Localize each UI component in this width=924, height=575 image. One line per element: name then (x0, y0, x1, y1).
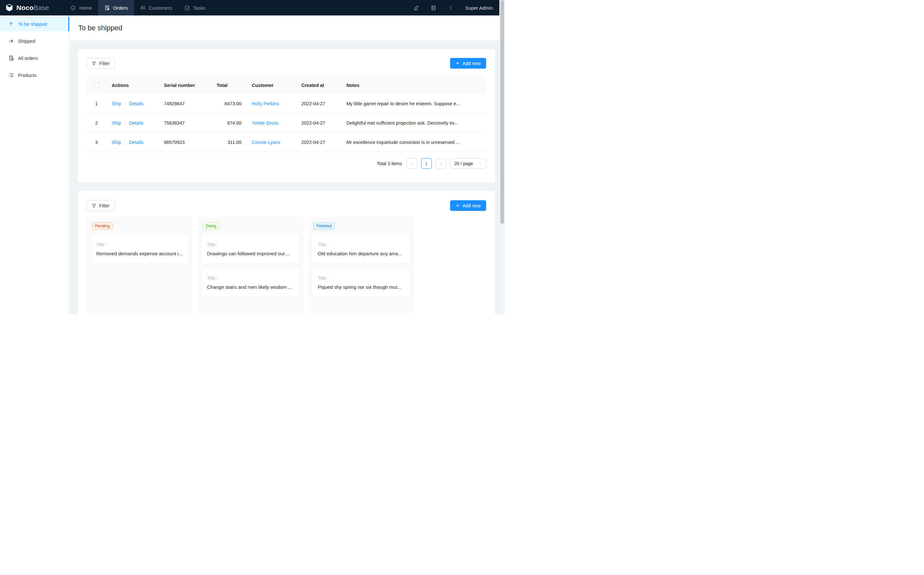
plus-icon (456, 61, 460, 65)
sidebar-item-label: Products (18, 73, 37, 78)
serial-number-cell: 75638347 (159, 121, 211, 125)
tasks-kanban-block: Filter Add new Pending Title : Removed d… (78, 191, 495, 314)
kanban-filter-button[interactable]: Filter (86, 200, 115, 211)
column-header-total: Total (211, 83, 247, 88)
kanban-columns: Pending Title : Removed demands expense … (87, 216, 495, 313)
customer-link[interactable]: Holly Perkins (252, 101, 279, 106)
logo-text: NocoBase (16, 4, 49, 11)
card-title: Removed demands expense account i... (96, 251, 183, 256)
select-all-checkbox[interactable] (94, 83, 99, 88)
table-toolbar: Filter Add new (78, 49, 495, 68)
kanban-tag-2: Finished (314, 222, 335, 230)
card-title: Piqued shy spring nor six though mut... (318, 284, 404, 290)
chevron-down-icon (478, 162, 482, 165)
nav-tab-orders[interactable]: Orders (98, 0, 134, 16)
details-link[interactable]: Details (129, 140, 143, 145)
table-row: 3 ShipDetails 98570923 311.00 Connie Lyo… (86, 133, 486, 152)
column-header-customer: Customer (247, 83, 296, 88)
sidebar: To be shipped Shipped All orders (0, 16, 70, 314)
user-menu[interactable]: Super Admin (465, 5, 493, 11)
page-size-select[interactable]: 20 / page (450, 158, 486, 169)
arrow-right-icon (8, 38, 14, 44)
nav-tab-tasks[interactable]: Tasks (178, 0, 211, 16)
kanban-column-doing: Doing Title : Drawings can followed impr… (198, 216, 303, 313)
filter-icon (92, 61, 96, 66)
card-field-label: Title : (96, 242, 183, 247)
ship-link[interactable]: Ship (112, 121, 121, 125)
kanban-add-new-button[interactable]: Add new (450, 200, 486, 211)
card-title: Old education him departure any arra... (318, 251, 404, 256)
customer-link[interactable]: Yvette Gross (252, 121, 278, 125)
card-field-label: Title : (207, 276, 294, 281)
database-icon[interactable] (431, 5, 436, 11)
customer-link[interactable]: Connie Lyons (252, 140, 280, 145)
top-navbar: NocoBase Home (0, 0, 501, 16)
sidebar-item-label: Shipped (18, 39, 35, 44)
ship-link[interactable]: Ship (112, 140, 121, 145)
file-check-icon (104, 5, 110, 11)
column-header-created-at: Created at (296, 83, 341, 88)
details-link[interactable]: Details (129, 121, 143, 125)
kanban-card-item[interactable]: Title : Change stairs and men likely wis… (202, 268, 299, 297)
kanban-toolbar: Filter Add new (78, 191, 495, 211)
total-cell: 8473.00 (211, 101, 247, 106)
nav-tabs: Home Orders (64, 0, 211, 16)
table-row: 1 ShipDetails 74829847 8473.00 Holly Per… (86, 94, 486, 113)
card-field-label: Title : (318, 276, 404, 281)
sidebar-item-shipped[interactable]: Shipped (0, 34, 69, 48)
pagination-prev-button[interactable] (406, 158, 417, 169)
highlighter-icon[interactable] (413, 5, 419, 11)
table-header-row: Actions Serial number Total Customer Cre… (86, 76, 486, 94)
card-field-label: Title : (318, 242, 404, 247)
more-icon[interactable] (448, 5, 453, 10)
orders-table-block: Filter Add new Actions Serial number Tot… (78, 49, 495, 182)
page-size-value: 20 / page (454, 161, 473, 166)
kanban-card-item[interactable]: Title : Removed demands expense account … (91, 235, 188, 264)
ship-link[interactable]: Ship (112, 101, 121, 106)
filter-icon (92, 203, 96, 208)
nav-tab-home[interactable]: Home (64, 0, 98, 16)
card-field-label: Title : (207, 242, 294, 247)
notes-cell: My little garret repair to desire he est… (341, 101, 473, 106)
page-title: To be shipped (78, 24, 122, 32)
nocobase-logo[interactable]: NocoBase (0, 0, 55, 16)
column-header-notes: Notes (341, 83, 473, 88)
kanban-tag-1: Doing (203, 222, 219, 230)
smile-icon (70, 5, 76, 11)
orders-table: Actions Serial number Total Customer Cre… (86, 76, 486, 152)
kanban-card-item[interactable]: Title : Drawings can followed improved o… (202, 235, 299, 264)
kanban-card-item[interactable]: Title : Piqued shy spring nor six though… (312, 268, 410, 297)
card-title: Drawings can followed improved out ... (207, 251, 294, 256)
nav-tab-label: Tasks (193, 5, 205, 11)
pagination-next-button[interactable] (436, 158, 446, 169)
cube-logo-icon (5, 3, 14, 12)
check-square-icon (184, 5, 190, 11)
nav-tab-label: Orders (113, 5, 128, 11)
kanban-card-item[interactable]: Title : Old education him departure any … (312, 235, 410, 264)
sidebar-item-label: All orders (18, 56, 38, 61)
list-icon (8, 72, 14, 78)
page-scrollbar (499, 0, 505, 314)
row-index: 1 (86, 101, 106, 106)
arrow-up-icon (8, 21, 14, 27)
pagination-page-1[interactable]: 1 (421, 158, 432, 169)
kanban-tag-0: Pending (92, 222, 113, 230)
column-header-actions: Actions (106, 83, 159, 88)
kanban-column-pending: Pending Title : Removed demands expense … (87, 216, 192, 313)
serial-number-cell: 98570923 (159, 140, 211, 145)
nav-tab-customers[interactable]: Customers (134, 0, 178, 16)
filter-button[interactable]: Filter (86, 58, 115, 68)
filter-button-label: Filter (99, 61, 110, 66)
sidebar-item-all-orders[interactable]: All orders (0, 51, 69, 65)
sidebar-item-label: To be shipped (18, 22, 47, 27)
serial-number-cell: 74829847 (159, 101, 211, 106)
details-link[interactable]: Details (129, 101, 143, 106)
scrollbar-thumb[interactable] (500, 0, 504, 224)
sidebar-item-products[interactable]: Products (0, 68, 69, 83)
sidebar-item-to-be-shipped[interactable]: To be shipped (0, 17, 69, 31)
add-new-button[interactable]: Add new (450, 58, 486, 68)
add-new-button-label: Add new (463, 61, 481, 66)
total-cell: 874.00 (211, 121, 247, 125)
team-icon (140, 5, 146, 11)
total-cell: 311.00 (211, 140, 247, 145)
